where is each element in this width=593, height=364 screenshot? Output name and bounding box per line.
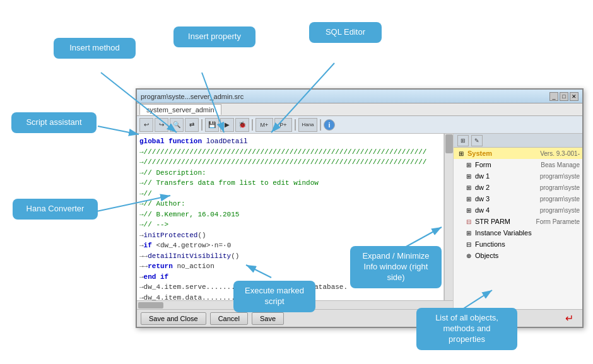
scrollbar-thumb[interactable]: [445, 134, 453, 153]
system-icon: ⊞: [456, 148, 466, 158]
strparm-label: STR PARM: [475, 218, 536, 225]
dw1-icon: ⊞: [464, 171, 474, 181]
callout-insert-property: Insert property: [173, 26, 255, 47]
callout-sql-editor: SQL Editor: [309, 22, 382, 43]
tool-info[interactable]: i: [324, 119, 335, 131]
callout-script-assistant: Script assistant: [11, 112, 97, 133]
dw1-value: program\syste: [540, 173, 580, 180]
tool-undo[interactable]: ↩: [139, 118, 153, 132]
strparm-icon: ⊟: [464, 216, 474, 226]
tree-item-dw2[interactable]: ⊞ dw 2 program\syste: [454, 182, 582, 193]
objects-label: Objects: [475, 252, 580, 259]
system-label: System: [467, 150, 540, 157]
form-label: Form: [475, 161, 541, 168]
functions-label: Functions: [475, 240, 580, 248]
title-bar: program\syste...server_admin.src _ □ ✕: [137, 90, 582, 103]
callout-execute-marked: Execute marked script: [233, 281, 315, 312]
separator-1: [201, 119, 203, 131]
callout-insert-method: Insert method: [54, 38, 136, 59]
tool-replace[interactable]: ⇄: [185, 118, 199, 132]
cancel-button[interactable]: Cancel: [210, 312, 248, 325]
tree-view: ⊞ System Vers. 9.3-001- ⊞ Form Beas Mana…: [454, 148, 582, 261]
toolbar: ↩ ↪ 🔍 ⇄ 💾 ▶ 🐞 M+ P+ Hana i: [137, 116, 582, 134]
instance-icon: ⊞: [464, 228, 474, 238]
dw4-value: program\syste: [540, 207, 580, 214]
dw3-value: program\syste: [540, 196, 580, 203]
tool-property[interactable]: P+: [274, 118, 292, 132]
tab-bar: system_server_admin: [137, 103, 582, 116]
form-value: Beas Manage: [541, 161, 580, 168]
panel-edit-icon[interactable]: ✎: [471, 135, 483, 146]
callout-hana-converter: Hana Converter: [13, 199, 98, 220]
close-button[interactable]: ✕: [570, 92, 578, 101]
right-panel-header: ⊞ ✎: [454, 134, 582, 148]
tree-item-dw3[interactable]: ⊞ dw 3 program\syste: [454, 193, 582, 204]
dw2-icon: ⊞: [464, 182, 474, 192]
dw1-label: dw 1: [475, 172, 540, 180]
dw4-label: dw 4: [475, 206, 540, 214]
tree-item-form[interactable]: ⊞ Form Beas Manage: [454, 159, 582, 170]
dw2-label: dw 2: [475, 184, 540, 191]
tool-save[interactable]: 💾: [205, 118, 219, 132]
vertical-scrollbar[interactable]: [444, 134, 453, 327]
instance-label: Instance Variables: [475, 229, 580, 237]
tool-method[interactable]: M+: [255, 118, 273, 132]
h-scrollbar-thumb[interactable]: [138, 302, 163, 308]
form-icon: ⊞: [464, 160, 474, 170]
editor-body: global function loadDetail →////////////…: [137, 134, 582, 327]
active-tab[interactable]: system_server_admin: [139, 104, 221, 115]
functions-icon: ⊟: [464, 239, 474, 249]
system-value: Vers. 9.3-001-: [540, 150, 580, 157]
tree-item-dw4[interactable]: ⊞ dw 4 program\syste: [454, 204, 582, 216]
separator-2: [252, 119, 253, 131]
maximize-button[interactable]: □: [560, 92, 568, 101]
separator-4: [320, 119, 321, 131]
dw2-value: program\syste: [540, 184, 580, 191]
tool-debug[interactable]: 🐞: [235, 118, 249, 132]
title-bar-buttons: _ □ ✕: [549, 92, 578, 101]
tree-item-dw1[interactable]: ⊞ dw 1 program\syste: [454, 170, 582, 182]
right-panel: ⊞ ✎ ⊞ System Vers. 9.3-001- ⊞ Form Beas …: [453, 134, 582, 327]
tree-item-system[interactable]: ⊞ System Vers. 9.3-001-: [454, 148, 582, 159]
minimize-button[interactable]: _: [549, 92, 558, 101]
dw3-label: dw 3: [475, 195, 540, 203]
callout-list-objects: List of all objects, methods and propert…: [416, 308, 517, 350]
tree-item-strparm[interactable]: ⊟ STR PARM Form Paramete: [454, 216, 582, 227]
strparm-value: Form Paramete: [536, 218, 580, 225]
editor-window: program\syste...server_admin.src _ □ ✕ s…: [136, 88, 584, 328]
tree-item-objects[interactable]: ⊕ Objects: [454, 250, 582, 261]
tool-redo[interactable]: ↪: [155, 118, 168, 132]
dw3-icon: ⊞: [464, 194, 474, 204]
tool-search[interactable]: 🔍: [170, 118, 184, 132]
svg-line-4: [98, 126, 139, 134]
separator-3: [295, 119, 296, 131]
panel-grid-icon[interactable]: ⊞: [457, 135, 469, 146]
save-button[interactable]: Save: [252, 312, 284, 325]
callout-expand-minimize: Expand / Minimize Info window (right sid…: [350, 246, 442, 288]
tool-hana[interactable]: Hana: [298, 118, 317, 132]
tree-item-instance-vars[interactable]: ⊞ Instance Variables: [454, 227, 582, 238]
objects-icon: ⊕: [464, 250, 474, 261]
red-arrow-icon: ↵: [565, 312, 573, 324]
tool-run[interactable]: ▶: [220, 118, 234, 132]
dw4-icon: ⊞: [464, 205, 474, 215]
save-close-button[interactable]: Save and Close: [141, 312, 206, 325]
tree-item-functions[interactable]: ⊟ Functions: [454, 238, 582, 250]
title-bar-text: program\syste...server_admin.src: [141, 93, 244, 100]
